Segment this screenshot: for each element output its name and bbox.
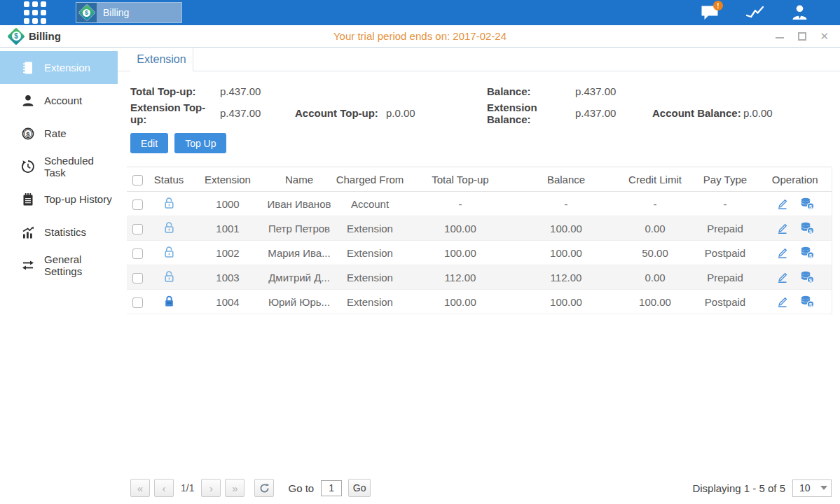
extension-table-body: 1000Иван ИвановAccount----$1001Петр Петр… xyxy=(127,192,832,314)
column-header-operation[interactable]: Operation xyxy=(759,167,832,192)
lock-closed-icon xyxy=(163,295,175,307)
page-size-select[interactable]: 10 xyxy=(792,479,832,497)
go-button[interactable]: Go xyxy=(348,479,371,497)
app-launcher-icon[interactable] xyxy=(24,1,46,24)
total-topup-cell: 100.00 xyxy=(407,290,514,314)
account-balance-value: p.0.00 xyxy=(743,107,773,119)
chevron-down-icon xyxy=(817,486,831,490)
messages-icon[interactable]: ! xyxy=(700,4,719,22)
top-up-coins-icon[interactable]: $ xyxy=(800,197,815,210)
minimize-button[interactable] xyxy=(775,32,785,41)
table-header-row: StatusExtensionNameCharged FromTotal Top… xyxy=(127,167,832,192)
top-up-button[interactable]: Top Up xyxy=(174,133,226,153)
sidebar-item-label: Account xyxy=(44,94,82,106)
balance-cell: 100.00 xyxy=(514,216,619,241)
pay-type-cell: Postpaid xyxy=(691,290,759,314)
sidebar-item-rate[interactable]: $Rate xyxy=(0,117,118,150)
column-header-status[interactable]: Status xyxy=(148,167,190,192)
transfer-icon xyxy=(21,258,35,272)
total-topup-cell: - xyxy=(407,192,514,216)
row-checkbox[interactable] xyxy=(132,248,143,259)
column-header-pay-type[interactable]: Pay Type xyxy=(691,167,759,192)
maximize-button[interactable] xyxy=(797,32,807,41)
balance-label: Balance: xyxy=(487,85,575,97)
sidebar-item-statistics[interactable]: Statistics xyxy=(0,216,118,248)
charged-from-cell: Extension xyxy=(333,265,407,290)
top-bar: $ Billing ! xyxy=(0,0,840,25)
credit-limit-cell: 100.00 xyxy=(619,290,691,314)
last-page-button[interactable]: » xyxy=(225,479,245,497)
total-topup-label: Total Top-up: xyxy=(130,85,220,97)
column-header-balance[interactable]: Balance xyxy=(514,167,619,192)
sidebar-item-extension[interactable]: Extension xyxy=(0,51,118,84)
column-header-extension[interactable]: Extension xyxy=(190,167,266,192)
name-cell: Мария Ива... xyxy=(266,241,333,265)
taskbar-tab-label: Billing xyxy=(103,7,129,18)
lock-open-icon xyxy=(163,197,175,209)
tab-extension[interactable]: Extension xyxy=(130,48,193,71)
row-checkbox[interactable] xyxy=(132,298,143,308)
sidebar-item-account[interactable]: Account xyxy=(0,84,118,117)
credit-limit-cell: - xyxy=(619,192,691,216)
credit-limit-cell: 0.00 xyxy=(619,216,691,241)
table-row[interactable]: 1003Дмитрий Д...Extension112.00112.000.0… xyxy=(127,265,832,290)
top-up-coins-icon[interactable]: $ xyxy=(800,222,815,234)
account-topup-label: Account Top-up: xyxy=(295,107,386,119)
name-cell: Иван Иванов xyxy=(266,192,333,216)
prev-page-button[interactable]: ‹ xyxy=(154,479,174,497)
column-header-total-top-up[interactable]: Total Top-up xyxy=(407,167,514,192)
balance-cell: - xyxy=(514,192,619,216)
table-row[interactable]: 1000Иван ИвановAccount----$ xyxy=(127,192,832,216)
refresh-button[interactable] xyxy=(254,479,274,497)
taskbar-tab-billing[interactable]: $ Billing xyxy=(76,2,182,23)
notification-badge: ! xyxy=(713,1,723,10)
edit-pencil-icon[interactable] xyxy=(776,271,789,284)
select-all-checkbox[interactable] xyxy=(132,175,143,186)
tab-strip: Extension xyxy=(118,48,840,71)
sidebar-item-scheduled-task[interactable]: Scheduled Task xyxy=(0,150,118,183)
charged-from-cell: Extension xyxy=(333,290,407,314)
svg-text:$: $ xyxy=(809,228,813,234)
table-row[interactable]: 1002Мария Ива...Extension100.00100.0050.… xyxy=(127,241,832,265)
sidebar-item-label: Scheduled Task xyxy=(44,155,118,178)
displaying-text: Displaying 1 - 5 of 5 xyxy=(692,482,785,494)
edit-pencil-icon[interactable] xyxy=(776,246,789,259)
table-row[interactable]: 1001Петр ПетровExtension100.00100.000.00… xyxy=(127,216,832,241)
pay-type-cell: Postpaid xyxy=(691,241,759,265)
close-button[interactable]: ✕ xyxy=(820,32,829,41)
balance-cell: 100.00 xyxy=(514,241,619,265)
column-header-name[interactable]: Name xyxy=(266,167,333,192)
column-header-credit-limit[interactable]: Credit Limit xyxy=(619,167,691,192)
svg-text:$: $ xyxy=(809,277,813,284)
row-checkbox[interactable] xyxy=(132,224,143,234)
goto-page-input[interactable] xyxy=(321,480,342,496)
row-checkbox[interactable] xyxy=(132,273,143,284)
next-page-button[interactable]: › xyxy=(201,479,221,497)
window-title: Billing xyxy=(29,30,61,42)
top-up-coins-icon[interactable]: $ xyxy=(800,271,815,284)
top-up-coins-icon[interactable]: $ xyxy=(800,295,815,308)
rate-icon: $ xyxy=(21,127,35,141)
edit-pencil-icon[interactable] xyxy=(776,295,789,308)
edit-pencil-icon[interactable] xyxy=(776,222,789,234)
lock-open-icon xyxy=(163,221,175,234)
first-page-button[interactable]: « xyxy=(130,479,150,497)
edit-pencil-icon[interactable] xyxy=(776,197,789,210)
resource-monitor-icon[interactable] xyxy=(745,4,764,22)
total-topup-cell: 112.00 xyxy=(407,265,514,290)
top-up-coins-icon[interactable]: $ xyxy=(800,246,815,259)
edit-button[interactable]: Edit xyxy=(130,133,168,153)
row-checkbox[interactable] xyxy=(132,200,143,210)
table-row[interactable]: 1004Юрий Юрь...Extension100.00100.00100.… xyxy=(127,290,832,314)
balance-summary: Total Top-up: p.437.00 Extension Top-up:… xyxy=(130,80,840,124)
billing-window-icon: $ xyxy=(8,29,24,44)
sidebar-item-general-settings[interactable]: General Settings xyxy=(0,248,118,281)
pagination-bar: « ‹ 1/1 › » Go to Go Displaying 1 - 5 of… xyxy=(118,479,840,503)
user-account-icon[interactable] xyxy=(790,4,809,22)
sidebar-item-top-up-history[interactable]: Top-up History xyxy=(0,183,118,216)
column-header-charged-from[interactable]: Charged From xyxy=(333,167,407,192)
goto-label: Go to xyxy=(288,482,314,494)
extension-cell: 1000 xyxy=(190,192,266,216)
header-checkbox-cell xyxy=(127,167,148,192)
stats-icon xyxy=(21,225,35,239)
